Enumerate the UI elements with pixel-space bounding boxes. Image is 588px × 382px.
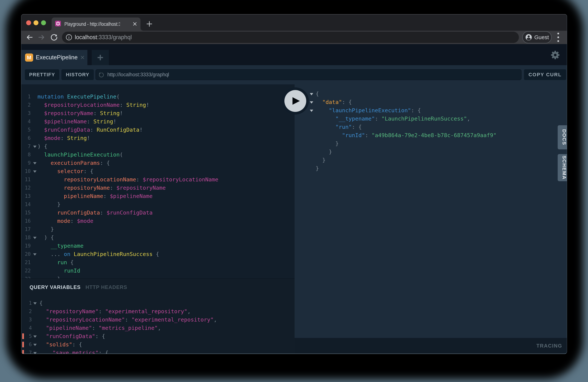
execute-button[interactable] xyxy=(282,87,309,114)
query-code: $mode: String! xyxy=(38,134,90,142)
profile-label: Guest xyxy=(534,32,549,43)
new-tab-icon[interactable] xyxy=(146,21,152,27)
variables-line: 1{ xyxy=(21,299,294,307)
query-line: 22 runId xyxy=(21,267,294,275)
fold-arrow-icon[interactable] xyxy=(310,93,313,95)
query-line: 18 ) { xyxy=(21,233,294,242)
line-number: 22 xyxy=(21,267,31,275)
query-code: } xyxy=(38,225,54,233)
tab-close-icon[interactable] xyxy=(133,22,137,26)
line-number: 9 xyxy=(21,159,31,167)
query-line: 11 repositoryLocationName: $repositoryLo… xyxy=(21,175,294,184)
endpoint-input[interactable]: http://localhost:3333/graphql xyxy=(96,69,522,80)
variables-code: "pipelineName": "metrics_pipeline", xyxy=(39,324,161,332)
history-button[interactable]: HISTORY xyxy=(62,69,94,80)
url-host: localhost xyxy=(75,34,97,41)
fold-arrow-icon[interactable] xyxy=(33,302,37,305)
fold-arrow-icon[interactable] xyxy=(33,253,37,255)
variables-code: "runConfigData": { xyxy=(39,332,105,340)
fold-arrow-icon[interactable] xyxy=(33,170,37,173)
line-number: 5 xyxy=(21,126,31,134)
query-line: 10 selector: { xyxy=(21,167,294,175)
query-variables-tab[interactable]: QUERY VARIABLES xyxy=(30,284,81,290)
variables-code: "repositoryName": "experimental_reposito… xyxy=(39,307,190,316)
replay-icon xyxy=(99,72,105,78)
session-tab-executepipeline[interactable]: M ExecutePipeline xyxy=(21,50,87,65)
tracing-toggle[interactable]: TRACING xyxy=(536,338,562,354)
play-icon xyxy=(293,97,300,105)
query-line: 19 __typename xyxy=(21,242,294,250)
session-tab-close-icon[interactable] xyxy=(81,56,84,59)
query-code: $pipelineName: String! xyxy=(38,117,116,126)
docs-side-tab[interactable]: DOCS xyxy=(558,125,567,149)
fold-arrow-icon[interactable] xyxy=(310,101,313,104)
back-icon[interactable] xyxy=(26,34,33,41)
schema-side-tab[interactable]: SCHEMA xyxy=(558,154,567,181)
line-number: 12 xyxy=(21,184,31,192)
response-code: } xyxy=(316,139,339,148)
endpoint-url: http://localhost:3333/graphql xyxy=(107,70,169,80)
prettify-button[interactable]: PRETTIFY xyxy=(25,69,59,80)
copy-curl-button[interactable]: COPY CURL xyxy=(524,69,566,80)
plus-icon xyxy=(97,55,103,61)
browser-tab[interactable]: Playground - http://localhost:3 xyxy=(52,18,141,31)
variables-code: "solids": { xyxy=(39,340,82,349)
fold-arrow-icon[interactable] xyxy=(33,344,37,346)
line-number: 23 xyxy=(21,275,31,278)
query-line: 8 launchPipelineExecution( xyxy=(21,150,294,159)
profile-button[interactable]: Guest xyxy=(522,31,552,43)
fold-arrow-icon[interactable] xyxy=(33,336,37,338)
query-editor[interactable]: 1mutation ExecutePipeline(2 $repositoryL… xyxy=(21,85,294,278)
variables-line: 6 "solids": { xyxy=(21,340,294,349)
forward-icon[interactable] xyxy=(38,34,45,41)
address-bar[interactable]: localhost:3333/graphql xyxy=(62,32,519,43)
query-code: ... on LaunchPipelineRunSuccess { xyxy=(38,250,159,258)
variables-line: 2 "repositoryName": "experimental_reposi… xyxy=(21,307,294,316)
line-number: 17 xyxy=(21,225,31,233)
query-code: $repositoryName: String! xyxy=(38,109,123,117)
traffic-light-minimize[interactable] xyxy=(34,20,39,25)
traffic-light-close[interactable] xyxy=(26,20,31,25)
variables-panel: QUERY VARIABLES HTTP HEADERS 1{2 "reposi… xyxy=(21,278,294,354)
response-line: "runId": "a49b864a-79e2-4be8-b78c-687457… xyxy=(294,131,567,139)
line-number: 4 xyxy=(21,324,32,332)
query-code: repositoryLocationName: $repositoryLocat… xyxy=(38,175,218,184)
reload-icon[interactable] xyxy=(50,33,58,41)
traffic-light-zoom[interactable] xyxy=(41,20,46,25)
response-code: "__typename": "LaunchPipelineRunSuccess"… xyxy=(316,114,470,123)
response-line: "launchPipelineExecution": { xyxy=(294,106,567,114)
line-number: 14 xyxy=(21,200,31,209)
error-marker xyxy=(22,333,24,339)
query-code: } xyxy=(38,200,61,209)
line-number: 10 xyxy=(21,167,31,175)
line-number: 2 xyxy=(21,101,31,109)
line-number: 1 xyxy=(21,92,31,101)
person-icon xyxy=(525,34,532,41)
query-line: 5 $runConfigData: RunConfigData! xyxy=(21,126,294,134)
query-line: 2 $repositoryLocationName: String! xyxy=(21,101,294,109)
query-line: 4 $pipelineName: String! xyxy=(21,117,294,126)
query-line: 13 pipelineName: $pipelineName xyxy=(21,192,294,200)
fold-arrow-icon[interactable] xyxy=(33,352,37,354)
response-code: "data": { xyxy=(316,98,352,106)
query-code: pipelineName: $pipelineName xyxy=(38,192,152,200)
fold-arrow-icon[interactable] xyxy=(33,162,37,165)
tab-title-fade xyxy=(118,18,131,31)
fold-arrow-icon[interactable] xyxy=(310,110,313,112)
fold-arrow-icon[interactable] xyxy=(33,237,37,239)
http-headers-tab[interactable]: HTTP HEADERS xyxy=(85,284,127,290)
graphql-playground: M ExecutePipeline xyxy=(21,44,567,354)
line-number: 16 xyxy=(21,217,31,225)
info-icon[interactable] xyxy=(65,34,72,41)
settings-gear-icon[interactable] xyxy=(551,50,560,60)
new-session-tab-button[interactable] xyxy=(92,50,109,65)
line-number: 18 xyxy=(21,233,31,242)
line-number: 7 xyxy=(21,142,31,150)
playground-toolbar: PRETTIFY HISTORY http://localhost:3333/g… xyxy=(21,65,567,85)
variables-line: 4 "pipelineName": "metrics_pipeline", xyxy=(21,324,294,332)
url-text: localhost:3333/graphql xyxy=(75,32,132,43)
line-number: 21 xyxy=(21,258,31,267)
menu-dots-icon[interactable] xyxy=(557,32,559,42)
fold-arrow-icon[interactable] xyxy=(33,146,37,148)
query-line: 3 $repositoryName: String! xyxy=(21,109,294,117)
